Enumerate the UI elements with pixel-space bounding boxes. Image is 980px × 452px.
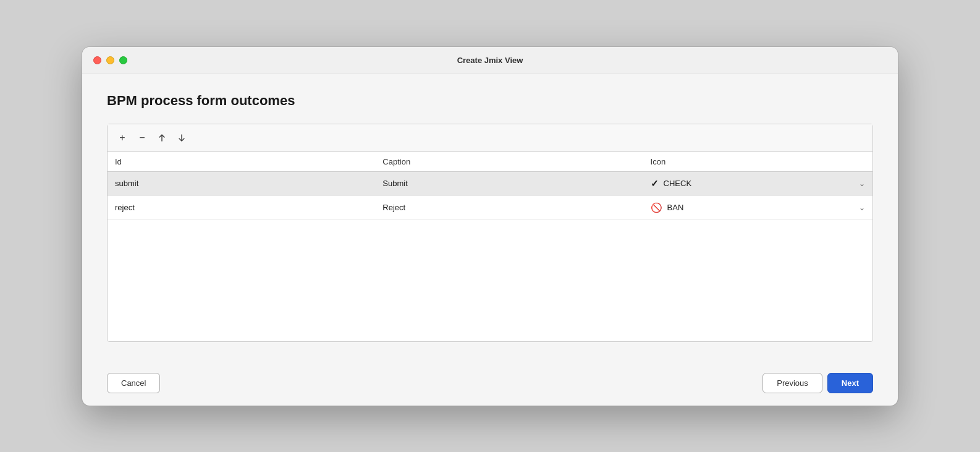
- icon-name-label: CHECK: [664, 179, 692, 188]
- add-row-button[interactable]: +: [114, 129, 131, 147]
- cell-icon[interactable]: ✓ CHECK ⌄: [643, 171, 872, 195]
- cell-caption: Reject: [375, 195, 643, 220]
- table-container: + −: [107, 124, 873, 342]
- traffic-lights: [93, 56, 127, 64]
- window-title: Create Jmix View: [457, 56, 523, 65]
- titlebar: Create Jmix View: [82, 47, 898, 74]
- outcomes-table: Id Caption Icon submit Submit ✓: [108, 152, 872, 294]
- move-up-button[interactable]: [153, 129, 171, 147]
- dialog-footer: Cancel Previous Next: [82, 360, 898, 406]
- col-header-caption: Caption: [375, 152, 643, 172]
- move-down-icon: [177, 133, 187, 143]
- dialog-window: Create Jmix View BPM process form outcom…: [82, 47, 898, 406]
- empty-row: [108, 220, 872, 294]
- cell-icon[interactable]: 🚫 BAN ⌄: [643, 195, 872, 220]
- table-body: submit Submit ✓ CHECK ⌄: [108, 171, 872, 294]
- move-down-button[interactable]: [173, 129, 190, 147]
- table-row[interactable]: reject Reject 🚫 BAN ⌄: [108, 195, 872, 220]
- close-button[interactable]: [93, 56, 101, 64]
- previous-button[interactable]: Previous: [762, 373, 822, 393]
- nav-buttons: Previous Next: [762, 373, 873, 393]
- cell-id: submit: [108, 171, 375, 195]
- next-button[interactable]: Next: [827, 373, 873, 393]
- chevron-down-icon: ⌄: [859, 203, 865, 212]
- cell-id: reject: [108, 195, 375, 220]
- cell-caption: Submit: [375, 171, 643, 195]
- col-header-icon: Icon: [643, 152, 872, 172]
- remove-row-button[interactable]: −: [133, 129, 151, 147]
- check-icon: ✓: [651, 178, 659, 189]
- content-area: BPM process form outcomes + −: [82, 74, 898, 360]
- table-header: Id Caption Icon: [108, 152, 872, 172]
- ban-icon: 🚫: [651, 202, 662, 213]
- chevron-down-icon: ⌄: [859, 179, 865, 188]
- page-title: BPM process form outcomes: [107, 93, 873, 109]
- move-up-icon: [157, 133, 167, 143]
- cancel-button[interactable]: Cancel: [107, 373, 160, 393]
- table-row[interactable]: submit Submit ✓ CHECK ⌄: [108, 171, 872, 195]
- minimize-button[interactable]: [106, 56, 114, 64]
- col-header-id: Id: [108, 152, 375, 172]
- table-toolbar: + −: [108, 124, 872, 152]
- maximize-button[interactable]: [119, 56, 127, 64]
- icon-name-label: BAN: [667, 203, 684, 212]
